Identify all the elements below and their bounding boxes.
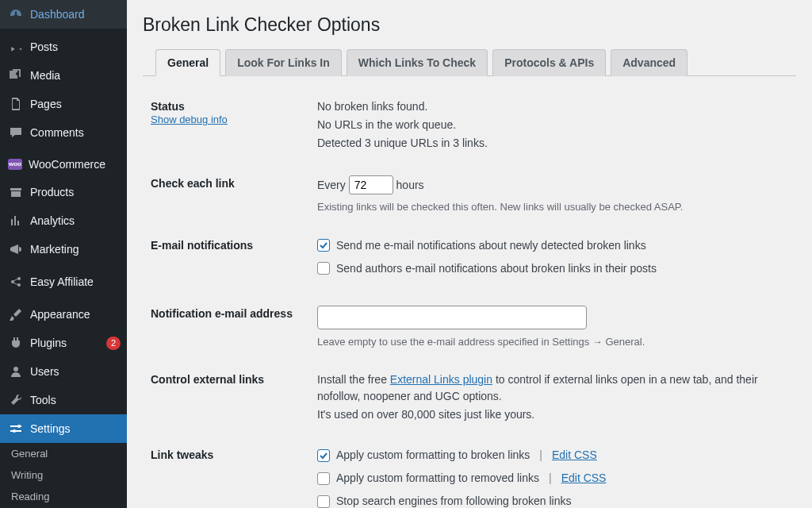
sidebar-item-label: Comments [30,125,121,140]
notify-me-label: Send me e-mail notifications about newly… [336,237,646,254]
sidebar-item-appearance[interactable]: Appearance [0,300,127,329]
tab-protocols[interactable]: Protocols & APIs [492,49,606,76]
pin-icon [8,39,24,55]
edit-css-broken-link[interactable]: Edit CSS [552,447,597,464]
sidebar-item-label: Easy Affiliate [30,275,121,289]
sidebar-item-label: Appearance [30,307,121,321]
sidebar-item-label: Pages [30,97,121,111]
check-desc: Existing links will be checked this ofte… [317,199,796,215]
sidebar-item-label: Settings [30,421,121,436]
check-body: Every hours Existing links will be check… [317,175,796,215]
row-label-external: Control external links [151,371,317,386]
check-prefix: Every [317,179,346,191]
sidebar-item-easy-affiliate[interactable]: Easy Affiliate [0,267,127,296]
check-interval-input[interactable] [349,175,393,194]
tab-advanced[interactable]: Advanced [611,49,688,76]
sidebar-item-label: Products [30,185,121,199]
sidebar-item-label: Media [30,68,121,83]
svg-point-4 [13,367,18,371]
sidebar-item-dashboard[interactable]: Dashboard [0,0,127,29]
media-icon [8,67,24,83]
brush-icon [8,306,24,322]
row-label-status: Status Show debug info [151,98,317,125]
notify-authors-label: Send authors e-mail notifications about … [336,260,657,277]
affiliate-icon [8,274,24,290]
tweak-broken-label: Apply custom formatting to broken links [336,447,530,464]
megaphone-icon [8,241,24,257]
sidebar-subitem-writing[interactable]: Writing [0,464,127,486]
tweak-broken-checkbox[interactable] [317,449,330,462]
external-text-post2: It's used on over 80,000 sites just like… [317,406,796,423]
status-line: No broken links found. [317,98,796,115]
sidebar-item-label: Marketing [30,242,121,256]
sidebar-item-settings[interactable]: Settings [0,414,127,443]
row-status: Status Show debug info No broken links f… [151,84,796,161]
sidebar-item-marketing[interactable]: Marketing [0,235,127,264]
row-check-each-link: Check each link Every hours Existing lin… [151,161,796,223]
external-text-pre: Install the free [317,373,390,386]
sidebar-subitem-reading[interactable]: Reading [0,486,127,507]
sidebar-item-label: Posts [30,40,121,54]
notify-body: Send me e-mail notifications about newly… [317,237,796,283]
tweak-nofollow-checkbox[interactable] [317,495,330,508]
plug-icon [8,335,24,351]
row-label-tweaks: Link tweaks [151,447,317,461]
notify-me-checkbox[interactable] [317,239,330,252]
tweak-removed-checkbox[interactable] [317,472,330,485]
notification-email-input[interactable] [317,306,587,329]
tweak-nofollow-label: Stop search engines from following broke… [336,493,572,508]
tab-bar: General Look For Links In Which Links To… [143,48,796,76]
tab-which-links[interactable]: Which Links To Check [347,49,488,76]
tab-general[interactable]: General [155,49,220,76]
sidebar-subitem-general[interactable]: General [0,443,127,464]
sidebar-item-pages[interactable]: Pages [0,90,127,118]
separator: | [549,470,552,487]
show-debug-link[interactable]: Show debug info [151,114,228,125]
tab-look-for-links[interactable]: Look For Links In [225,49,342,76]
gauge-icon [8,6,24,22]
archive-icon [8,184,24,200]
sidebar-item-tools[interactable]: Tools [0,386,127,414]
edit-css-removed-link[interactable]: Edit CSS [561,470,607,487]
sidebar-item-label: WooCommerce [29,157,121,171]
sidebar-item-comments[interactable]: Comments [0,118,127,147]
row-email-notifications: E-mail notifications Send me e-mail noti… [151,223,796,291]
sidebar-item-label: Dashboard [30,7,121,21]
status-heading: Status [151,100,185,113]
row-label-notify: E-mail notifications [151,237,317,252]
status-body: No broken links found. No URLs in the wo… [317,98,796,153]
settings-form: Status Show debug info No broken links f… [143,76,796,508]
status-line: Detected 3 unique URLs in 3 links. [317,135,796,152]
external-body: Install the free External Links plugin t… [317,371,796,425]
row-control-external: Control external links Install the free … [151,357,796,433]
sidebar-item-label: Plugins [30,336,103,350]
sidebar-item-label: Analytics [30,214,121,228]
sidebar-item-media[interactable]: Media [0,61,127,90]
external-links-plugin-link[interactable]: External Links plugin [390,373,492,386]
row-notification-email: Notification e-mail address Leave empty … [151,291,796,358]
sidebar-item-posts[interactable]: Posts [0,33,127,61]
row-label-check: Check each link [151,175,317,190]
sliders-icon [8,421,24,437]
row-link-tweaks: Link tweaks Apply custom formatting to b… [151,433,796,508]
sidebar-item-plugins[interactable]: Plugins 2 [0,329,127,357]
wrench-icon [8,392,24,408]
row-label-email: Notification e-mail address [151,306,317,320]
sidebar-item-products[interactable]: Products [0,178,127,206]
sidebar-item-woocommerce[interactable]: woo WooCommerce [0,151,127,178]
check-suffix: hours [396,179,424,191]
notify-authors-checkbox[interactable] [317,262,330,275]
email-body: Leave empty to use the e-mail address sp… [317,306,796,350]
admin-sidebar: Dashboard Posts Media Pages Comments woo… [0,0,127,508]
status-line: No URLs in the work queue. [317,117,796,133]
tweaks-body: Apply custom formatting to broken links … [317,447,796,508]
woo-icon: woo [8,159,22,170]
sidebar-item-users[interactable]: Users [0,357,127,386]
svg-point-0 [16,72,19,75]
svg-point-5 [17,425,21,428]
page-icon [8,96,24,112]
sidebar-item-analytics[interactable]: Analytics [0,206,127,235]
sidebar-item-label: Tools [30,393,121,407]
email-desc: Leave empty to use the e-mail address sp… [317,334,796,350]
chart-icon [8,213,24,229]
